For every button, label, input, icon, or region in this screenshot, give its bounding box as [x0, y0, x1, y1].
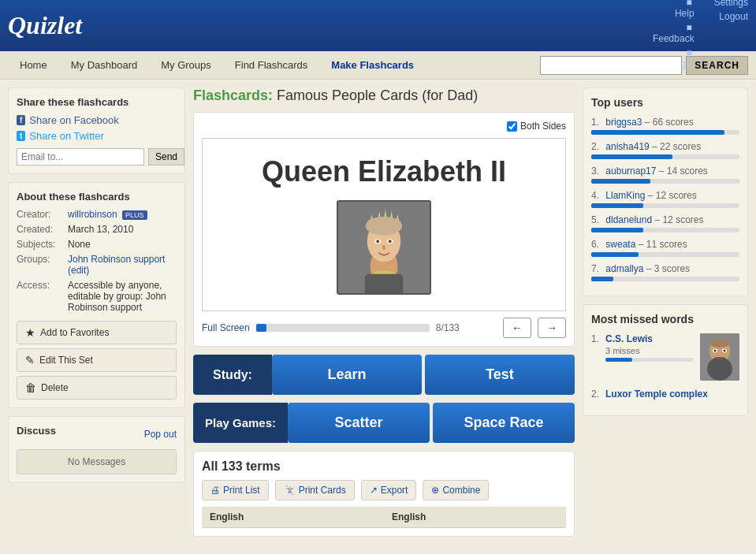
missed-word-link[interactable]: Luxor Temple complex [605, 389, 708, 400]
main-content: Share these flashcards f Share on Facebo… [0, 80, 756, 545]
user-rank: 2. [591, 141, 599, 152]
created-label: Created: [17, 224, 64, 235]
svg-point-14 [382, 245, 385, 250]
terms-table: English English [202, 507, 566, 528]
search-input[interactable] [540, 56, 682, 75]
svg-point-22 [714, 350, 717, 352]
top-user-link[interactable]: LlamKing [605, 190, 645, 201]
top-user-link[interactable]: sweata [605, 239, 635, 250]
user-score: – 3 scores [646, 263, 690, 274]
score-bar-inner [591, 154, 672, 159]
share-section: Share these flashcards f Share on Facebo… [8, 87, 185, 174]
scatter-button[interactable]: Scatter [288, 403, 430, 443]
add-favorites-button[interactable]: ★ Add to Favorites [17, 321, 177, 344]
score-bar-outer [591, 179, 739, 184]
combine-icon: ⊕ [431, 485, 439, 496]
fullscreen-link[interactable]: Full Screen [202, 322, 250, 333]
missed-word-thumbnail [700, 333, 739, 381]
twitter-icon: t [17, 131, 25, 141]
top-user-link[interactable]: admallya [605, 263, 643, 274]
action-buttons: ★ Add to Favorites ✎ Edit This Set 🗑 Del… [17, 321, 177, 400]
center-content: Flashcards: Famous People Cards (for Dad… [193, 87, 575, 537]
both-sides-checkbox[interactable] [507, 121, 517, 132]
pop-out-link[interactable]: Pop out [144, 429, 177, 440]
nav-find[interactable]: Find Flashcards [223, 51, 319, 79]
games-label: Play Games: [193, 403, 288, 443]
email-input[interactable] [17, 148, 144, 165]
prev-card-button[interactable]: ← [503, 318, 531, 338]
top-user-link[interactable]: auburnap17 [605, 165, 656, 177]
all-terms-heading: All 133 terms [202, 459, 566, 474]
share-facebook-link[interactable]: f Share on Facebook [17, 114, 177, 126]
send-button[interactable]: Send [148, 148, 184, 165]
top-user-link[interactable]: briggsa3 [605, 117, 642, 128]
groups-edit[interactable]: (edit) [68, 265, 89, 276]
combine-button[interactable]: ⊕ Combine [423, 480, 489, 500]
user-rank: 1. [591, 117, 599, 128]
print-cards-icon: 🃏 [284, 485, 296, 496]
user-score: – 12 scores [648, 190, 697, 201]
flashcard-label: Flashcards: [193, 87, 273, 103]
svg-point-13 [389, 240, 392, 243]
missed-word-link[interactable]: C.S. Lewis [605, 333, 653, 344]
subjects-label: Subjects: [17, 239, 64, 250]
top-user-link[interactable]: anisha419 [605, 141, 649, 152]
nav-make[interactable]: Make Flashcards [319, 51, 426, 79]
logo[interactable]: Quizlet [8, 11, 82, 40]
progress-bar-inner [256, 324, 266, 332]
next-card-button[interactable]: → [538, 318, 566, 338]
nav-groups[interactable]: My Groups [149, 51, 223, 79]
access-label: Access: [17, 280, 64, 313]
flashcard-nav: Full Screen 8/133 ← → [202, 318, 566, 338]
col2-header: English [384, 507, 566, 528]
flashcard-title: Flashcards: Famous People Cards (for Dad… [193, 87, 575, 104]
misses-bar-outer [605, 358, 694, 362]
svg-rect-16 [365, 273, 403, 294]
score-bar-inner [591, 252, 639, 257]
edit-set-button[interactable]: ✎ Edit This Set [17, 348, 177, 372]
top-user-item: 2. anisha419 – 22 scores [591, 141, 739, 159]
user-rank: 5. [591, 214, 599, 225]
creator-link[interactable]: willrobinson [68, 209, 117, 220]
nav-home[interactable]: Home [8, 51, 59, 79]
creator-value: willrobinson PLUS [68, 209, 147, 220]
top-user-link[interactable]: dldanelund [605, 214, 652, 225]
misses-count: 3 misses [605, 346, 694, 355]
print-cards-button[interactable]: 🃏 Print Cards [275, 480, 355, 500]
created-value: March 13, 2010 [68, 224, 133, 235]
settings-link[interactable]: Settings [714, 0, 748, 8]
share-twitter-link[interactable]: t Share on Twitter [17, 130, 177, 142]
score-bar-outer [591, 154, 739, 159]
nav-dashboard[interactable]: My Dashboard [59, 51, 150, 79]
delete-button[interactable]: 🗑 Delete [17, 376, 177, 400]
user-rank: 3. [591, 165, 599, 177]
score-bar-outer [591, 228, 739, 232]
user-score: – 11 scores [639, 239, 687, 250]
top-user-item: 4. LlamKing – 12 scores [591, 190, 739, 208]
progress-area: Full Screen 8/133 [202, 322, 460, 333]
export-button[interactable]: ↗ Export [361, 480, 417, 500]
groups-link[interactable]: John Robinson support [68, 254, 165, 265]
logout-link[interactable]: Logout [714, 11, 748, 22]
learn-button[interactable]: Learn [272, 355, 422, 395]
card-count: 8/133 [436, 322, 460, 333]
test-button[interactable]: Test [425, 355, 575, 395]
access-value: Accessible by anyone, editable by group:… [68, 280, 177, 313]
missed-word-item: 2. Luxor Temple complex [591, 389, 739, 400]
space-race-button[interactable]: Space Race [433, 403, 575, 443]
feedback-link[interactable]: ■Feedback [653, 22, 695, 44]
game-actions: Scatter Space Race [288, 403, 575, 443]
missed-info: Luxor Temple complex [605, 389, 739, 400]
flashcard-card[interactable]: Queen Elizabeth II [202, 138, 566, 311]
help-link[interactable]: ■Help [653, 0, 695, 19]
nav-bar: Home My Dashboard My Groups Find Flashca… [0, 51, 756, 80]
score-bar-inner [591, 179, 650, 184]
search-area: SEARCH [540, 56, 748, 75]
user-score: – 12 scores [654, 214, 703, 225]
flashcard-text: Queen Elizabeth II [262, 155, 506, 188]
search-button[interactable]: SEARCH [686, 56, 748, 75]
subjects-value: None [68, 239, 91, 250]
top-user-item: 5. dldanelund – 12 scores [591, 214, 739, 232]
flashcard-image [337, 200, 431, 295]
print-list-button[interactable]: 🖨 Print List [202, 480, 269, 500]
